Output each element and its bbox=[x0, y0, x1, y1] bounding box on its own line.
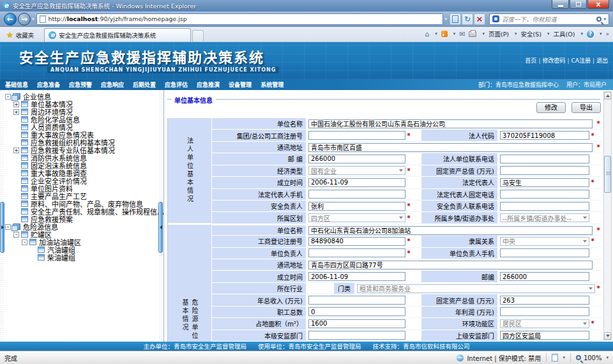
select-input[interactable]: 租赁和商务服务业 bbox=[357, 284, 595, 293]
tree-expander-icon[interactable]: - bbox=[5, 224, 11, 230]
text-input[interactable] bbox=[308, 272, 405, 281]
modify-button[interactable]: 修改 bbox=[536, 102, 566, 113]
tree-item[interactable]: -企业信息 bbox=[5, 93, 158, 100]
tree-item[interactable]: +周边环境情况 bbox=[5, 108, 158, 116]
home-dropdown-icon[interactable]: ▾ bbox=[435, 31, 437, 36]
nav-item[interactable]: 应急响应 bbox=[101, 80, 124, 89]
text-input[interactable] bbox=[308, 143, 593, 152]
help-icon[interactable]: ? bbox=[587, 31, 594, 38]
export-button[interactable]: 导出 bbox=[571, 102, 601, 113]
nav-item[interactable]: 应急准备 bbox=[37, 80, 60, 89]
header-link[interactable]: CA注册 bbox=[571, 56, 590, 64]
text-input[interactable] bbox=[308, 237, 405, 246]
text-input[interactable] bbox=[500, 178, 589, 187]
search-input[interactable]: 百度一下，你就知道 ▾ bbox=[489, 13, 609, 25]
scrollbar-thumb[interactable] bbox=[604, 156, 611, 193]
address-dropdown-icon[interactable]: ▾ bbox=[444, 17, 447, 22]
tree-item[interactable]: 汽油罐组 bbox=[5, 246, 158, 254]
nav-item[interactable]: 基础信息 bbox=[5, 80, 28, 89]
status-page-icon[interactable] bbox=[552, 354, 558, 361]
tree-expander-icon[interactable]: - bbox=[13, 232, 19, 238]
select-input[interactable]: --所属乡镇/街道办事处-- bbox=[500, 213, 589, 222]
text-input[interactable] bbox=[308, 307, 405, 316]
text-input[interactable] bbox=[308, 226, 593, 235]
tree-expander-icon[interactable]: + bbox=[13, 148, 19, 153]
page-menu[interactable]: 页面(P) bbox=[488, 29, 509, 38]
browser-tab[interactable]: e 安全生产应急救援指挥辅助决策系统 bbox=[44, 28, 191, 42]
text-input[interactable] bbox=[308, 190, 405, 199]
nav-item[interactable]: 后期处置 bbox=[133, 80, 156, 89]
tree-item[interactable]: 危险化学品信息 bbox=[5, 116, 158, 123]
text-input[interactable] bbox=[500, 307, 589, 316]
collapse-handle-left[interactable] bbox=[0, 202, 4, 253]
text-input[interactable] bbox=[308, 202, 405, 211]
header-link[interactable]: 退出 bbox=[596, 56, 608, 64]
tools-menu[interactable]: 工具(O) bbox=[554, 29, 575, 38]
back-button[interactable]: ← bbox=[4, 13, 17, 26]
print-icon[interactable] bbox=[469, 31, 476, 37]
mail-icon[interactable]: ✉ bbox=[459, 30, 465, 38]
text-input[interactable] bbox=[308, 155, 405, 163]
tree-expander-icon[interactable]: + bbox=[13, 109, 19, 115]
text-input[interactable] bbox=[308, 296, 405, 305]
rss-dropdown-icon[interactable]: ▾ bbox=[453, 31, 456, 36]
tree-expander-icon[interactable]: - bbox=[5, 94, 11, 100]
text-input[interactable] bbox=[308, 331, 405, 340]
select-input[interactable]: 四方区 bbox=[308, 213, 405, 222]
text-input[interactable] bbox=[308, 248, 405, 257]
safety-menu[interactable]: 安全(S) bbox=[521, 29, 541, 38]
scroll-down-icon[interactable] bbox=[604, 332, 611, 340]
print-dropdown-icon[interactable]: ▾ bbox=[482, 31, 485, 36]
text-input[interactable] bbox=[308, 119, 593, 128]
address-input[interactable]: http://localhost:90/yjzh/frame/homepage.… bbox=[36, 13, 444, 25]
tree-item[interactable]: 柴油罐组 bbox=[5, 254, 158, 261]
search-icon[interactable] bbox=[596, 17, 602, 22]
text-input[interactable] bbox=[500, 131, 589, 140]
zoom-control[interactable]: 100% ▾ bbox=[576, 354, 609, 361]
text-input[interactable] bbox=[308, 261, 593, 269]
compatibility-view-button[interactable] bbox=[450, 13, 461, 25]
status-page-dropdown-icon[interactable]: ▾ bbox=[563, 355, 565, 360]
minimize-button[interactable] bbox=[552, 0, 569, 9]
scroll-up-icon[interactable] bbox=[604, 92, 611, 100]
text-input[interactable] bbox=[500, 190, 589, 199]
text-input[interactable] bbox=[308, 131, 405, 140]
text-input[interactable] bbox=[308, 178, 405, 187]
new-tab-button[interactable] bbox=[192, 30, 204, 42]
tree-item[interactable]: -危险源信息 bbox=[5, 223, 158, 231]
stop-button[interactable]: × bbox=[474, 13, 485, 25]
tree-item[interactable]: -加油站油罐区 bbox=[5, 238, 158, 246]
header-link[interactable]: 首页 bbox=[525, 56, 536, 64]
maximize-button[interactable] bbox=[570, 0, 587, 9]
text-input[interactable] bbox=[500, 248, 589, 257]
text-input[interactable] bbox=[500, 296, 589, 305]
tree-item[interactable]: 企业安全评价情况 bbox=[5, 177, 158, 185]
tree-expander-icon[interactable]: + bbox=[13, 102, 19, 107]
search-dropdown-icon[interactable]: ▾ bbox=[603, 17, 606, 22]
text-input[interactable] bbox=[500, 166, 589, 175]
select-input[interactable]: 中央 bbox=[500, 237, 589, 246]
text-input[interactable] bbox=[500, 202, 589, 211]
form-scrollbar[interactable] bbox=[603, 91, 612, 340]
refresh-button[interactable]: ↻ bbox=[462, 13, 473, 25]
nav-item[interactable]: 应急评估 bbox=[165, 80, 188, 89]
collapse-handle-right[interactable] bbox=[158, 202, 163, 253]
nav-item[interactable]: 应急预警 bbox=[69, 80, 92, 89]
nav-item[interactable]: 应急推演 bbox=[197, 80, 220, 89]
text-input[interactable] bbox=[500, 331, 589, 340]
recent-pages-dropdown-icon[interactable]: ▾ bbox=[32, 17, 34, 22]
text-input[interactable] bbox=[500, 272, 589, 281]
tree-item[interactable]: 安全生产责任制、规章制度、操作规程信息 bbox=[5, 208, 158, 215]
header-link[interactable]: 修改密码 bbox=[542, 56, 565, 64]
nav-item[interactable]: 系统管理 bbox=[261, 80, 284, 89]
nav-item[interactable]: 设备管理 bbox=[229, 80, 252, 89]
text-input[interactable] bbox=[500, 155, 589, 163]
close-button[interactable]: x bbox=[587, 0, 609, 9]
tree-expander-icon[interactable]: - bbox=[22, 239, 27, 245]
rss-icon[interactable] bbox=[441, 31, 448, 37]
select-input[interactable]: 居民区 bbox=[500, 319, 589, 328]
select-input[interactable]: 国有企业 bbox=[308, 166, 405, 175]
overflow-icon[interactable]: » bbox=[605, 31, 609, 37]
favorites-button[interactable]: ★ 收藏夹 bbox=[3, 29, 38, 42]
text-input[interactable] bbox=[308, 319, 405, 328]
